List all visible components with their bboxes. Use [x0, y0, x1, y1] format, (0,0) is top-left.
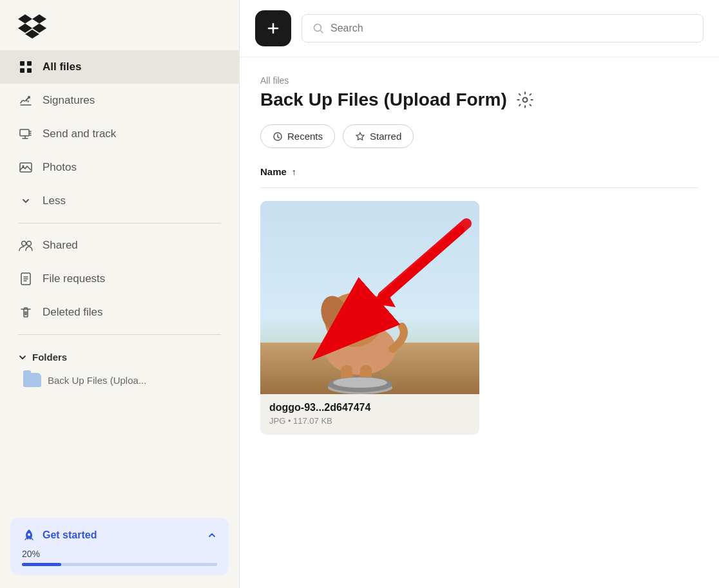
chevron-down-icon [18, 353, 27, 362]
sort-arrow: ↑ [292, 167, 296, 177]
sidebar-item-send-and-track[interactable]: Send and track [0, 117, 239, 151]
folder-item-label: Back Up Files (Uploa... [48, 375, 146, 386]
page-title: Back Up Files (Upload Form) [260, 90, 507, 110]
svg-point-11 [28, 533, 30, 536]
signature-icon [18, 93, 34, 108]
svg-rect-0 [20, 61, 24, 66]
recents-filter[interactable]: Recents [260, 124, 335, 148]
progress-bar-track [22, 563, 217, 566]
svg-point-26 [361, 315, 365, 319]
svg-rect-3 [27, 68, 32, 73]
page-title-row: Back Up Files (Upload Form) [260, 90, 698, 110]
chevron-up-icon [207, 530, 217, 540]
settings-icon[interactable] [516, 91, 534, 109]
sidebar-item-all-files[interactable]: All files [0, 50, 239, 84]
get-started-header: Get started [22, 528, 217, 542]
svg-rect-5 [20, 129, 29, 136]
file-card[interactable]: doggo-93...2d647474 JPG • 117.07 KB [260, 201, 479, 435]
sidebar-item-label: Photos [43, 161, 77, 174]
topbar [240, 0, 719, 57]
svg-rect-1 [27, 61, 32, 66]
progress-bar-fill [22, 563, 61, 566]
sort-label: Name [260, 166, 287, 177]
sort-divider [260, 187, 698, 188]
sidebar-item-file-requests[interactable]: File requests [0, 262, 239, 296]
sidebar-item-shared[interactable]: Shared [0, 229, 239, 262]
get-started-title: Get started [22, 528, 97, 542]
plus-icon [265, 21, 281, 36]
grid-icon [18, 59, 34, 75]
search-icon [312, 23, 324, 34]
trash-icon [18, 305, 34, 320]
starred-label: Starred [370, 131, 401, 142]
get-started-banner[interactable]: Get started 20% [10, 518, 229, 575]
get-started-label: Get started [43, 529, 97, 541]
folders-header[interactable]: Folders [18, 348, 221, 366]
shared-icon [18, 238, 34, 253]
star-icon [355, 131, 365, 142]
recents-label: Recents [287, 131, 323, 142]
svg-point-12 [314, 24, 321, 32]
svg-rect-2 [20, 68, 24, 73]
file-name: doggo-93...2d647474 [269, 402, 470, 413]
file-meta: JPG • 117.07 KB [269, 416, 470, 426]
breadcrumb: All files [260, 75, 698, 86]
dog-thumbnail-svg [260, 201, 479, 394]
folder-icon [23, 373, 41, 387]
file-request-icon [18, 271, 34, 287]
svg-point-13 [522, 98, 527, 102]
folders-section: Folders Back Up Files (Uploa... [0, 340, 239, 399]
clock-icon [273, 131, 283, 142]
sidebar-item-label: Signatures [43, 94, 95, 107]
starred-filter[interactable]: Starred [343, 124, 414, 148]
sidebar-item-signatures[interactable]: Signatures [0, 84, 239, 117]
dropbox-logo-icon [18, 14, 46, 39]
svg-point-4 [28, 96, 30, 99]
sidebar-item-less[interactable]: Less [0, 184, 239, 218]
search-input[interactable] [331, 23, 693, 34]
main-content: All files Back Up Files (Upload Form) Re… [240, 0, 719, 588]
sidebar-item-label: Deleted files [43, 306, 103, 319]
svg-point-22 [349, 323, 359, 331]
filter-row: Recents Starred [260, 124, 698, 148]
rocket-icon [22, 528, 36, 542]
svg-point-8 [22, 242, 26, 246]
sidebar-item-label: Shared [43, 239, 78, 252]
svg-point-31 [333, 377, 387, 388]
sidebar-item-label: Less [43, 194, 66, 207]
sidebar-item-label: File requests [43, 272, 105, 285]
sidebar-nav: All files Signatures [0, 50, 239, 510]
sidebar-item-photos[interactable]: Photos [0, 151, 239, 184]
nav-divider [18, 223, 221, 223]
nav-divider-2 [18, 334, 221, 335]
search-bar[interactable] [302, 14, 704, 43]
svg-point-9 [27, 242, 32, 246]
sidebar: All files Signatures [0, 0, 240, 588]
logo-area [0, 0, 239, 50]
file-thumbnail [260, 201, 479, 394]
progress-label: 20% [22, 549, 217, 559]
send-icon [18, 126, 34, 142]
photo-icon [18, 160, 34, 175]
chevron-down-icon [18, 193, 34, 209]
sort-bar[interactable]: Name ↑ [260, 166, 698, 177]
content-area: All files Back Up Files (Upload Form) Re… [240, 57, 719, 588]
svg-point-25 [345, 316, 349, 319]
file-info: doggo-93...2d647474 JPG • 117.07 KB [260, 394, 479, 435]
folder-item-backup[interactable]: Back Up Files (Uploa... [18, 366, 221, 394]
sidebar-item-label: All files [43, 61, 81, 73]
sidebar-item-deleted-files[interactable]: Deleted files [0, 296, 239, 329]
sidebar-item-label: Send and track [43, 128, 116, 140]
folders-label: Folders [32, 352, 67, 363]
add-button[interactable] [255, 10, 291, 46]
